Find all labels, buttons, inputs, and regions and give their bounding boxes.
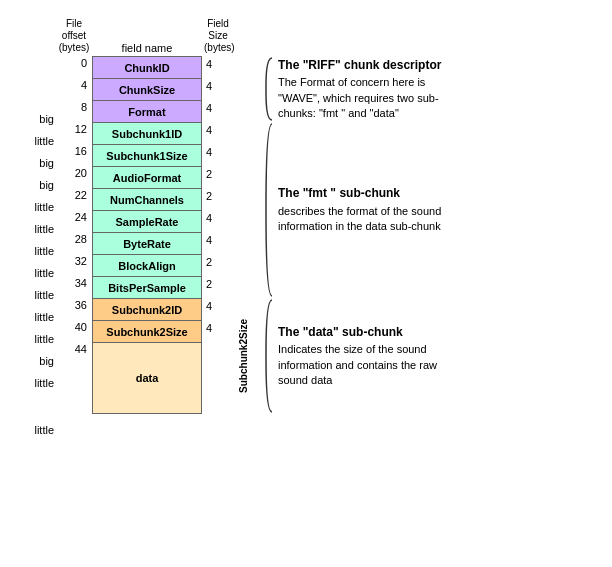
offset-value: 20	[58, 166, 90, 188]
size-value: 2	[204, 166, 232, 188]
size-value: 2	[204, 276, 232, 298]
offset-value: 36	[58, 298, 90, 320]
endian-value: big	[20, 152, 58, 174]
annotation-body: The Format of concern here is "WAVE", wh…	[278, 75, 457, 121]
size-value: 4	[204, 100, 232, 122]
size-value: 4	[204, 320, 232, 342]
table-area: File offset(bytes)0481216202224283234364…	[58, 18, 457, 414]
size-value: 2	[204, 254, 232, 276]
endian-value: little	[20, 240, 58, 262]
field-row: Subchunk1ID	[92, 122, 202, 144]
field-row: Format	[92, 100, 202, 122]
subchunk2size-label: Subchunk2Size	[234, 298, 252, 414]
endian-value: big	[20, 108, 58, 130]
annotation-body: describes the format of the sound inform…	[278, 204, 457, 235]
annotation-group: The "RIFF" chunk descriptorThe Format of…	[262, 56, 457, 122]
annotation-text: The "data" sub-chunkIndicates the size o…	[278, 324, 457, 389]
field-row: BitsPerSample	[92, 276, 202, 298]
annotation-body: Indicates the size of the sound informat…	[278, 342, 457, 388]
annotation-group: The "fmt " sub-chunkdescribes the format…	[262, 122, 457, 298]
endian-column: biglittlebigbiglittlelittlelittlelittlel…	[20, 18, 58, 466]
endian-value: big	[20, 174, 58, 196]
size-value	[204, 342, 232, 414]
brace-symbol	[262, 122, 274, 298]
size-value: 4	[204, 78, 232, 100]
annotation-title: The "data" sub-chunk	[278, 324, 457, 341]
brace-symbol	[262, 298, 274, 414]
field-row: SampleRate	[92, 210, 202, 232]
offset-value: 32	[58, 254, 90, 276]
annotation-text: The "RIFF" chunk descriptorThe Format of…	[278, 57, 457, 122]
endian-value: little	[20, 284, 58, 306]
field-row: AudioFormat	[92, 166, 202, 188]
offset-value: 40	[58, 320, 90, 342]
endian-value: little	[20, 218, 58, 240]
size-value: 4	[204, 210, 232, 232]
offset-header: File offset(bytes)	[58, 18, 90, 54]
offset-value: 44	[58, 342, 90, 414]
endian-value: little	[20, 262, 58, 284]
offset-column: File offset(bytes)0481216202224283234364…	[58, 18, 90, 414]
main-layout: biglittlebigbiglittlelittlelittlelittlel…	[20, 18, 602, 466]
offset-value: 24	[58, 210, 90, 232]
endian-value: little	[20, 196, 58, 218]
field-row: BlockAlign	[92, 254, 202, 276]
size-value: 4	[204, 56, 232, 78]
field-column: field nameChunkIDChunkSizeFormatSubchunk…	[92, 18, 202, 414]
annotation-title: The "fmt " sub-chunk	[278, 185, 457, 202]
subchunk2size-rotated-wrapper: Subchunk2Size	[234, 18, 252, 414]
size-value: 4	[204, 298, 232, 320]
annotation-group: The "data" sub-chunkIndicates the size o…	[262, 298, 457, 414]
endian-value: little	[20, 372, 58, 394]
endian-value: little	[20, 394, 58, 466]
endian-value: big	[20, 350, 58, 372]
offset-value: 22	[58, 188, 90, 210]
offset-value: 12	[58, 122, 90, 144]
field-row: Subchunk1Size	[92, 144, 202, 166]
field-row: data	[92, 342, 202, 414]
offset-value: 34	[58, 276, 90, 298]
field-row: NumChannels	[92, 188, 202, 210]
field-row: ChunkID	[92, 56, 202, 78]
size-value: 4	[204, 144, 232, 166]
field-row: Subchunk2ID	[92, 298, 202, 320]
offset-value: 28	[58, 232, 90, 254]
size-column: Field Size(bytes)4444422442244	[204, 18, 232, 414]
field-name-header: field name	[122, 18, 173, 54]
offset-value: 16	[58, 144, 90, 166]
endian-value: little	[20, 328, 58, 350]
offset-value: 8	[58, 100, 90, 122]
offset-value: 4	[58, 78, 90, 100]
page: biglittlebigbiglittlelittlelittlelittlel…	[0, 0, 612, 567]
field-row: ByteRate	[92, 232, 202, 254]
size-value: 4	[204, 122, 232, 144]
annotation-text: The "fmt " sub-chunkdescribes the format…	[278, 185, 457, 235]
brace-symbol	[262, 56, 274, 122]
annotation-title: The "RIFF" chunk descriptor	[278, 57, 457, 74]
endian-value: little	[20, 130, 58, 152]
field-row: Subchunk2Size	[92, 320, 202, 342]
size-value: 4	[204, 232, 232, 254]
field-row: ChunkSize	[92, 78, 202, 100]
size-header: Field Size(bytes)	[204, 18, 232, 54]
offset-value: 0	[58, 56, 90, 78]
size-value: 2	[204, 188, 232, 210]
annotation-column: The "RIFF" chunk descriptorThe Format of…	[262, 18, 457, 414]
endian-value: little	[20, 306, 58, 328]
